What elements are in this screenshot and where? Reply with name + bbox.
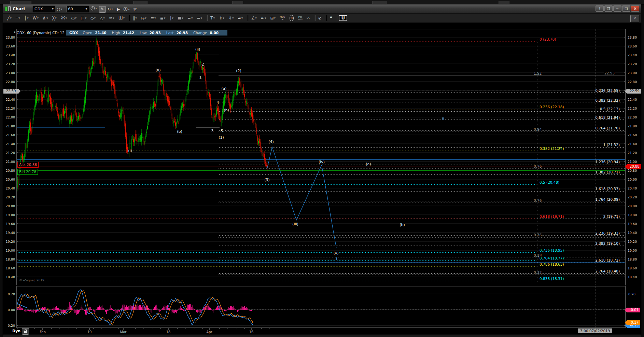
- least-squares-icon[interactable]: L∿: [306, 17, 311, 19]
- diamond-icon[interactable]: ◇▼: [89, 15, 97, 21]
- price-axis-label: 19.80: [3, 213, 15, 217]
- price-axis-label: 20.60: [3, 178, 15, 181]
- price-axis-label: 22.80: [3, 80, 15, 84]
- grid-icon[interactable]: ⊞▼: [269, 15, 277, 21]
- price-axis-label: 22.40: [628, 98, 642, 101]
- price-axis-label: 20.00: [628, 204, 642, 208]
- fib-extension-icon[interactable]: ≣▼: [159, 15, 167, 21]
- time-axis[interactable]: Feb19Mar18Apr16: [16, 328, 626, 335]
- close-button[interactable]: ×: [631, 5, 639, 12]
- titlebar[interactable]: Chart GDX ▼ ◎▼ 60 ▼ ▼✎↻▼▶Ⓐ▼⇄ ?❐─❏×: [3, 4, 641, 14]
- svg-text:0 (23.70): 0 (23.70): [540, 37, 556, 41]
- quote-field: Change0.00: [193, 31, 219, 35]
- magnet-snap-icon[interactable]: U: [339, 15, 347, 21]
- chevron-down-icon: ▼: [61, 8, 63, 10]
- auto-a-icon[interactable]: Ⓐ▼: [123, 6, 131, 13]
- regression-icon[interactable]: ∠▼: [250, 15, 257, 21]
- ask-price-box: Ask 20.86: [17, 162, 39, 168]
- interval-clock-icon[interactable]: ▼: [90, 5, 98, 12]
- ellipse-icon[interactable]: ○▼: [70, 15, 78, 21]
- price-axis-label: 21.00: [628, 160, 642, 164]
- background-fragment: [499, 1, 509, 4]
- background-fragment: [133, 1, 148, 4]
- gann-grid-icon[interactable]: =▼: [196, 15, 204, 21]
- crossed-lines-icon[interactable]: ╳▼: [51, 15, 58, 21]
- svg-text:18: 18: [166, 330, 171, 334]
- toolbar-separator: [207, 15, 208, 21]
- fib-time-zones-icon[interactable]: ‖▼: [168, 15, 174, 21]
- panel-menu-button[interactable]: ❐: [604, 5, 613, 12]
- price-axis-label: 22.80: [628, 80, 642, 84]
- interval-value: 60: [68, 7, 73, 11]
- price-axis-label: 23.00: [3, 71, 15, 75]
- cycle-lines-icon[interactable]: Ш▼: [117, 15, 126, 21]
- svg-text:0.382 (21.24): 0.382 (21.24): [540, 146, 564, 151]
- vertical-line-icon[interactable]: │▼: [23, 15, 30, 21]
- price-axis-label: 19.20: [628, 240, 642, 243]
- pitchfork-icon[interactable]: ⋔▼: [42, 15, 49, 21]
- gann-levels-icon[interactable]: =▼: [186, 15, 194, 21]
- right-axis-border: [626, 29, 626, 328]
- restore-button[interactable]: ❏: [622, 5, 630, 12]
- fib-channel-icon[interactable]: ▤▼: [177, 15, 184, 21]
- background-fragment: [232, 1, 243, 4]
- link-arrows-icon[interactable]: ⇄: [131, 6, 138, 13]
- lock-icon[interactable]: [22, 328, 29, 335]
- svg-text:1 (21.32): 1 (21.32): [603, 143, 620, 147]
- help-button[interactable]: ?: [596, 5, 604, 12]
- price-axis-label: 19.80: [628, 213, 642, 217]
- symbol-lookup-icon[interactable]: ◎▼: [56, 6, 63, 12]
- eraser-icon[interactable]: ⊘: [317, 15, 323, 21]
- parallel-lines-icon[interactable]: ≋▼: [108, 15, 115, 21]
- oscillator-panel[interactable]: [16, 286, 626, 328]
- price-axis-label: 22.00: [3, 115, 15, 119]
- arrow-down-icon[interactable]: ⇓▼: [227, 15, 235, 21]
- svg-text:2.382 (19.10): 2.382 (19.10): [595, 241, 620, 245]
- main-price-chart[interactable]: .fibw{fill:#f2f2f2;font-size:10.5px;pain…: [16, 29, 626, 285]
- extend-left-icon[interactable]: ↞▼: [260, 15, 267, 21]
- price-axis-label: 18.60: [3, 266, 15, 270]
- price-axis-label: 19.00: [628, 249, 642, 252]
- minimize-button[interactable]: ─: [613, 5, 621, 12]
- chevron-down-icon: ▼: [111, 8, 113, 10]
- double-trend-icon[interactable]: ∥▼: [132, 15, 138, 21]
- last-price-tag-right: 22.59: [627, 89, 641, 94]
- chevron-down-icon: ▼: [95, 8, 97, 10]
- tj-icon[interactable]: TJ: [289, 15, 295, 22]
- svg-text:Apr: Apr: [206, 330, 212, 334]
- price-axis-label: 21.20: [628, 151, 642, 155]
- price-axis-label: 22.20: [628, 107, 642, 110]
- note-icon[interactable]: ❝: [329, 15, 333, 21]
- fan-lines-icon[interactable]: Ж▼: [60, 15, 68, 21]
- svg-text:(v): (v): [333, 251, 338, 255]
- text-tool-icon[interactable]: T▼: [209, 15, 216, 21]
- pti-icon[interactable]: PTIxxxx: [297, 16, 304, 20]
- play-icon[interactable]: ▶: [115, 6, 122, 13]
- pin-icon[interactable]: ⚐: [630, 15, 639, 22]
- price-axis-label: 19.60: [628, 222, 642, 226]
- arrow-up-icon[interactable]: ⇑▼: [218, 15, 225, 21]
- osc-axis-label: -0.20: [3, 324, 15, 327]
- price-axis-label: 23.40: [628, 53, 642, 57]
- osc-hist-value-tag: -0.01: [627, 308, 640, 312]
- rectangle-icon[interactable]: □▼: [80, 15, 87, 21]
- draw-pencil-icon[interactable]: ✎: [99, 6, 106, 13]
- svg-text:16: 16: [249, 330, 254, 334]
- refresh-icon[interactable]: ↻▼: [107, 6, 114, 13]
- mob-icon[interactable]: MOB▬: [279, 16, 286, 20]
- trendline-icon[interactable]: ╱▼: [6, 15, 13, 21]
- price-axis-label: 23.60: [3, 44, 15, 48]
- price-axis-label: 19.20: [3, 240, 15, 243]
- chevron-down-icon: ▼: [52, 8, 54, 10]
- quote-field: High21.42: [112, 31, 134, 35]
- price-axis-label: 23.40: [3, 53, 15, 57]
- interval-combo[interactable]: 60 ▼: [67, 6, 89, 12]
- callout-icon[interactable]: ▰▼: [237, 15, 244, 21]
- symbol-combo[interactable]: GDX ▼: [33, 6, 55, 12]
- horizontal-line-icon[interactable]: ─▼: [15, 15, 21, 21]
- triangle-icon[interactable]: △▼: [99, 15, 106, 21]
- svg-text:1: 1: [199, 75, 202, 80]
- zigzag-icon[interactable]: W▼: [32, 15, 40, 21]
- spiral-icon[interactable]: ◎▼: [140, 15, 148, 21]
- fib-retracement-icon[interactable]: ≡▼: [150, 15, 157, 21]
